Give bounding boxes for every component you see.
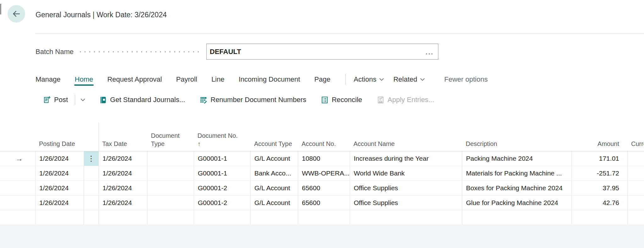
- cell-document-no[interactable]: G00001-2: [194, 181, 250, 196]
- col-header-account-no[interactable]: Account No.: [298, 122, 350, 151]
- tab-incoming-document[interactable]: Incoming Document: [239, 75, 300, 84]
- cell-posting-date[interactable]: 1/26/2024: [35, 151, 84, 166]
- active-row-arrow-icon: →: [13, 154, 23, 163]
- batch-name-lookup-button[interactable]: ...: [421, 49, 438, 55]
- row-selector-cell[interactable]: [0, 166, 35, 181]
- menu-related[interactable]: Related: [393, 75, 425, 84]
- renumber-icon: [199, 96, 208, 104]
- screen-edge-artifact: [0, 4, 1, 14]
- fewer-options-button[interactable]: Fewer options: [444, 75, 488, 84]
- reconcile-button[interactable]: Reconcile: [320, 96, 362, 104]
- menu-bar: ManageHomeRequest ApprovalPayrollLineInc…: [36, 73, 488, 85]
- batch-name-input[interactable]: DEFAULT ...: [206, 44, 438, 60]
- cell-account-no[interactable]: 65600: [298, 196, 350, 210]
- cell-amount[interactable]: 37.95: [571, 181, 627, 196]
- cell-account-type[interactable]: G/L Account: [250, 151, 298, 166]
- cell-document-type[interactable]: [147, 166, 194, 181]
- row-menu-cell: [84, 181, 98, 196]
- row-selector-cell[interactable]: [0, 196, 35, 210]
- cell-account-name[interactable]: World Wide Bank: [350, 166, 462, 181]
- row-menu-cell: [84, 196, 98, 210]
- apply-entries-button: Apply Entries...: [376, 96, 434, 104]
- get-standard-journals-label: Get Standard Journals...: [110, 96, 185, 104]
- page-title: General Journals | Work Date: 3/26/2024: [36, 11, 167, 19]
- col-header-description[interactable]: Description: [462, 122, 571, 151]
- cell-description[interactable]: Boxes for Packing Machine 2024: [462, 181, 571, 196]
- tab-home[interactable]: Home: [75, 75, 93, 84]
- cell-document-no[interactable]: G00001-1: [194, 166, 250, 181]
- cell-account-type[interactable]: G/L Account: [250, 196, 298, 210]
- col-header-posting-date[interactable]: Posting Date: [35, 122, 84, 151]
- col-header-document-type[interactable]: Document Type: [147, 122, 194, 151]
- cell-amount[interactable]: 42.76: [571, 196, 627, 210]
- cell-account-name[interactable]: Office Supplies: [350, 181, 462, 196]
- cell-document-no[interactable]: G00001-1: [194, 151, 250, 166]
- cell-document-no[interactable]: G00001-2: [194, 196, 250, 210]
- cell-description[interactable]: Materials for Packing Machine ...: [462, 166, 571, 181]
- col-header-label: Account No.: [302, 140, 346, 148]
- tab-line[interactable]: Line: [211, 75, 225, 84]
- table-header-row: Posting DateTax DateDocument TypeDocumen…: [0, 122, 644, 151]
- menu-actions[interactable]: Actions: [354, 75, 384, 84]
- toolbar-divider: [75, 95, 75, 105]
- col-header-label: Document No.: [197, 132, 247, 140]
- tab-manage[interactable]: Manage: [36, 75, 61, 84]
- table-row: 1/26/20241/26/2024G00001-2G/L Account656…: [0, 196, 644, 210]
- batch-name-label: Batch Name: [36, 48, 74, 56]
- tab-page[interactable]: Page: [314, 75, 330, 84]
- cell-account-name[interactable]: Office Supplies: [350, 196, 462, 210]
- chevron-down-icon: [379, 78, 384, 81]
- apply-entries-label: Apply Entries...: [388, 96, 434, 104]
- cell-description[interactable]: Packing Machine 2024: [462, 151, 571, 166]
- col-header-account-name[interactable]: Account Name: [350, 122, 462, 151]
- cell-document-type[interactable]: [147, 196, 194, 210]
- cell-document-type[interactable]: [147, 181, 194, 196]
- cell-posting-date[interactable]: 1/26/2024: [35, 196, 84, 210]
- col-header-tax-date[interactable]: Tax Date: [98, 122, 147, 151]
- renumber-document-numbers-button[interactable]: Renumber Document Numbers: [199, 96, 306, 104]
- col-header-label: Document Type: [151, 132, 190, 148]
- col-header-document-no[interactable]: Document No.↑: [194, 122, 250, 151]
- get-standard-journals-button[interactable]: Get Standard Journals...: [99, 96, 185, 104]
- cell-currency[interactable]: [627, 196, 644, 210]
- col-header-account-type[interactable]: Account Type: [250, 122, 298, 151]
- cell-tax-date[interactable]: 1/26/2024: [98, 151, 147, 166]
- col-header-currency[interactable]: Currency: [627, 122, 644, 151]
- post-button[interactable]: Post: [43, 96, 68, 104]
- col-header-amount[interactable]: Amount: [571, 122, 627, 151]
- cell-account-no[interactable]: WWB-OPERA...: [298, 166, 350, 181]
- cell-account-type[interactable]: Bank Acco...: [250, 166, 298, 181]
- cell-account-type[interactable]: G/L Account: [250, 181, 298, 196]
- cell-account-no: [298, 210, 350, 225]
- vertical-ellipsis-icon: ⋮: [88, 155, 95, 162]
- chevron-down-icon: [420, 78, 425, 81]
- cell-posting-date[interactable]: 1/26/2024: [35, 181, 84, 196]
- row-menu-button[interactable]: ⋮: [84, 151, 98, 166]
- arrow-left-icon: [12, 9, 21, 19]
- cell-amount[interactable]: -251.72: [571, 166, 627, 181]
- back-button[interactable]: [8, 5, 25, 23]
- cell-tax-date[interactable]: 1/26/2024: [98, 166, 147, 181]
- tab-payroll[interactable]: Payroll: [176, 75, 197, 84]
- row-selector-cell[interactable]: →: [0, 151, 35, 166]
- cell-description[interactable]: Glue for Packing Machine 2024: [462, 196, 571, 210]
- cell-tax-date[interactable]: 1/26/2024: [98, 181, 147, 196]
- cell-amount[interactable]: 171.01: [571, 151, 627, 166]
- row-selector-cell[interactable]: [0, 181, 35, 196]
- cell-account-name: [350, 210, 462, 225]
- cell-account-no[interactable]: 10800: [298, 151, 350, 166]
- post-dropdown-chevron[interactable]: [80, 98, 85, 101]
- menu-divider: [345, 74, 346, 85]
- row-selector-cell[interactable]: [0, 210, 35, 225]
- cell-account-name[interactable]: Increases during the Year: [350, 151, 462, 166]
- cell-tax-date[interactable]: 1/26/2024: [98, 196, 147, 210]
- cell-account-no[interactable]: 65600: [298, 181, 350, 196]
- cell-amount: [571, 210, 627, 225]
- cell-currency[interactable]: [627, 151, 644, 166]
- cell-posting-date[interactable]: 1/26/2024: [35, 166, 84, 181]
- cell-document-type[interactable]: [147, 151, 194, 166]
- cell-currency[interactable]: [627, 181, 644, 196]
- cell-currency[interactable]: [627, 166, 644, 181]
- tab-request-approval[interactable]: Request Approval: [107, 75, 162, 84]
- cell-account-type: [250, 210, 298, 225]
